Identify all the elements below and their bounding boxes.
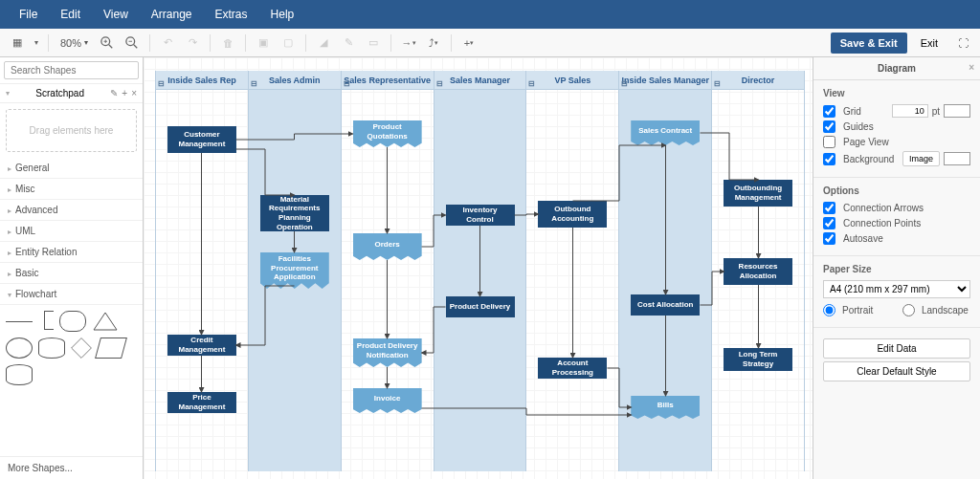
lane-header[interactable]: ⊟Sales Manager <box>434 71 526 90</box>
lane-header[interactable]: ⊟Director <box>712 71 804 90</box>
flowchart-node[interactable]: Product Quotations <box>353 120 422 147</box>
lane-0[interactable]: ⊟Inside Sales RepCustomer ManagementCred… <box>155 71 249 471</box>
lane-header[interactable]: ⊟Sales Representative <box>342 71 434 90</box>
flowchart-node[interactable]: Invoice <box>353 388 422 413</box>
shape-ellipse[interactable] <box>6 337 33 359</box>
connection-icon[interactable]: →▾ <box>397 32 420 54</box>
category-general[interactable]: General <box>0 158 143 179</box>
shape-cylinder2[interactable] <box>6 364 33 385</box>
shape-bracket[interactable] <box>44 311 54 330</box>
portrait-radio[interactable] <box>823 304 835 316</box>
flowchart-node[interactable]: Account Processing <box>538 358 607 379</box>
flowchart-node[interactable]: Orders <box>353 233 422 260</box>
edit-data-button[interactable]: Edit Data <box>823 338 970 359</box>
flowchart-node[interactable]: Credit Management <box>167 335 236 356</box>
scratchpad-label: Scratchpad <box>35 88 84 98</box>
flowchart-node[interactable]: Product Delivery Notification <box>353 338 422 367</box>
clear-style-button[interactable]: Clear Default Style <box>823 361 970 381</box>
category-basic[interactable]: Basic <box>0 263 143 284</box>
guides-checkbox[interactable] <box>823 120 835 133</box>
waypoint-icon[interactable]: ⤴▾ <box>422 32 445 54</box>
flowchart-node[interactable]: Product Delivery <box>446 296 515 317</box>
flowchart-node[interactable]: Resources Allocation <box>724 258 792 285</box>
menu-help[interactable]: Help <box>259 8 306 21</box>
image-button[interactable]: Image <box>902 151 940 166</box>
flowchart-node[interactable]: Facilities Procurement Application <box>260 252 329 289</box>
grid-size-input[interactable] <box>892 104 928 118</box>
to-back-icon[interactable]: ▢ <box>277 32 300 54</box>
plus-icon[interactable]: + <box>122 88 127 98</box>
menu-arrange[interactable]: Arrange <box>140 8 204 21</box>
chevron-down-icon[interactable]: ▾ <box>31 32 42 54</box>
grid-color-swatch[interactable] <box>944 104 970 118</box>
lane-1[interactable]: ⊟Sales AdminMaterial Requirements Planni… <box>249 71 342 471</box>
view-heading: View <box>823 88 970 98</box>
shape-diamond[interactable] <box>71 337 92 359</box>
more-shapes-button[interactable]: More Shapes... <box>0 456 143 479</box>
exit-button[interactable]: Exit <box>913 33 946 54</box>
grid-checkbox[interactable] <box>823 105 835 118</box>
shape-cylinder[interactable] <box>38 337 65 359</box>
flowchart-node[interactable]: Material Requirements Planning Operation <box>260 195 329 231</box>
lane-header[interactable]: ⊟VP Sales <box>526 71 618 90</box>
expand-icon[interactable]: ⛶ <box>951 32 974 54</box>
lane-4[interactable]: ⊟VP SalesOutbound AccountingAccount Proc… <box>526 71 619 471</box>
menu-file[interactable]: File <box>8 8 49 21</box>
menu-extras[interactable]: Extras <box>204 8 259 21</box>
lane-header[interactable]: ⊟Inside Sales Rep <box>156 71 248 90</box>
flowchart-node[interactable]: Bills <box>631 396 700 419</box>
shadow-icon[interactable]: ▭ <box>362 32 385 54</box>
category-advanced[interactable]: Advanced <box>0 200 143 221</box>
flowchart-node[interactable]: Inventory Control <box>446 205 515 226</box>
delete-icon[interactable]: 🗑 <box>216 32 239 54</box>
edit-icon[interactable]: ✎ <box>110 88 118 98</box>
conn-arrows-checkbox[interactable] <box>823 202 835 214</box>
scratchpad-dropzone[interactable]: Drag elements here <box>6 109 137 152</box>
flowchart-node[interactable]: Long Term Strategy <box>724 348 792 371</box>
to-front-icon[interactable]: ▣ <box>252 32 275 54</box>
conn-points-checkbox[interactable] <box>823 217 835 229</box>
canvas[interactable]: ⊟Inside Sales RepCustomer ManagementCred… <box>144 57 813 479</box>
shape-parallelogram[interactable] <box>95 337 127 359</box>
flowchart-node[interactable]: Price Management <box>167 392 236 413</box>
lane-6[interactable]: ⊟DirectorOutbounding ManagementResources… <box>712 71 805 471</box>
lane-3[interactable]: ⊟Sales ManagerInventory ControlProduct D… <box>434 71 527 471</box>
stroke-icon[interactable]: ✎ <box>337 32 360 54</box>
pageview-checkbox[interactable] <box>823 136 835 148</box>
zoom-out-icon[interactable] <box>121 32 144 54</box>
shape-rounded[interactable] <box>59 311 86 332</box>
save-exit-button[interactable]: Save & Exit <box>831 33 907 54</box>
zoom-level[interactable]: 80% ▾ <box>55 37 94 49</box>
close-panel-icon[interactable]: × <box>969 62 974 73</box>
menu-edit[interactable]: Edit <box>49 8 92 21</box>
redo-icon[interactable]: ↷ <box>181 32 204 54</box>
search-input[interactable] <box>4 61 139 79</box>
flowchart-node[interactable]: Sales Contract <box>631 120 700 145</box>
zoom-in-icon[interactable] <box>96 32 119 54</box>
background-swatch[interactable] <box>944 152 970 165</box>
flowchart-node[interactable]: Cost Allocation <box>631 294 700 316</box>
background-checkbox[interactable] <box>823 153 835 165</box>
landscape-radio[interactable] <box>902 304 915 316</box>
undo-icon[interactable]: ↶ <box>156 32 179 54</box>
category-flowchart[interactable]: Flowchart <box>0 284 143 305</box>
lane-5[interactable]: ⊟Inside Sales ManagerSales ContractCost … <box>619 71 712 471</box>
flowchart-node[interactable]: Customer Management <box>167 126 236 153</box>
layout-icon[interactable]: ▦ <box>6 32 29 54</box>
lane-2[interactable]: ⊟Sales RepresentativeProduct QuotationsO… <box>342 71 434 471</box>
category-misc[interactable]: Misc <box>0 179 143 200</box>
lane-header[interactable]: ⊟Inside Sales Manager <box>619 71 711 90</box>
menu-view[interactable]: View <box>92 8 140 21</box>
fill-icon[interactable]: ◢ <box>312 32 335 54</box>
flowchart-node[interactable]: Outbounding Management <box>724 180 792 207</box>
shape-line[interactable] <box>6 321 33 322</box>
category-uml[interactable]: UML <box>0 221 143 242</box>
close-icon[interactable]: × <box>131 88 137 98</box>
lane-header[interactable]: ⊟Sales Admin <box>249 71 341 90</box>
paper-size-select[interactable]: A4 (210 mm x 297 mm) <box>823 280 970 298</box>
category-entity-relation[interactable]: Entity Relation <box>0 242 143 263</box>
flowchart-node[interactable]: Outbound Accounting <box>538 201 607 228</box>
autosave-checkbox[interactable] <box>823 232 835 245</box>
add-icon[interactable]: +▾ <box>457 32 480 54</box>
shape-rect[interactable] <box>92 311 119 332</box>
